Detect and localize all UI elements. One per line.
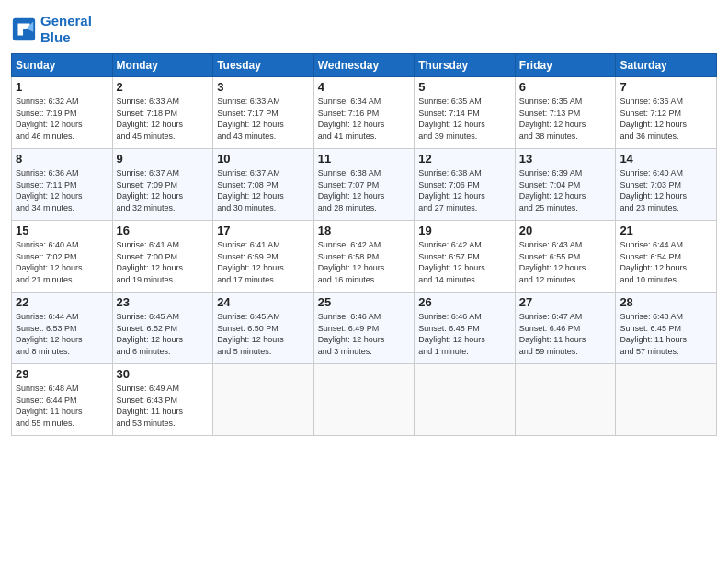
day-number: 5 — [418, 80, 511, 94]
calendar-cell: 30Sunrise: 6:49 AMSunset: 6:43 PMDayligh… — [112, 364, 213, 436]
calendar-cell: 16Sunrise: 6:41 AMSunset: 7:00 PMDayligh… — [112, 221, 213, 293]
cell-info: Sunrise: 6:41 AMSunset: 7:00 PMDaylight:… — [117, 239, 210, 285]
day-number: 11 — [318, 152, 411, 166]
day-number: 6 — [519, 80, 612, 94]
cell-info: Sunrise: 6:40 AMSunset: 7:02 PMDaylight:… — [16, 239, 108, 285]
calendar-cell: 10Sunrise: 6:37 AMSunset: 7:08 PMDayligh… — [213, 149, 314, 221]
calendar-cell: 12Sunrise: 6:38 AMSunset: 7:06 PMDayligh… — [415, 149, 516, 221]
cell-info: Sunrise: 6:42 AMSunset: 6:58 PMDaylight:… — [318, 239, 411, 285]
calendar-cell — [616, 364, 717, 436]
cell-info: Sunrise: 6:43 AMSunset: 6:55 PMDaylight:… — [519, 239, 612, 285]
day-number: 28 — [620, 295, 712, 309]
weekday-header-thursday: Thursday — [415, 54, 516, 77]
calendar-table: SundayMondayTuesdayWednesdayThursdayFrid… — [11, 53, 717, 436]
cell-info: Sunrise: 6:33 AMSunset: 7:17 PMDaylight:… — [217, 96, 310, 142]
calendar-cell: 8Sunrise: 6:36 AMSunset: 7:11 PMDaylight… — [12, 149, 113, 221]
weekday-header-wednesday: Wednesday — [313, 54, 415, 77]
cell-info: Sunrise: 6:44 AMSunset: 6:54 PMDaylight:… — [620, 239, 712, 285]
calendar-cell: 7Sunrise: 6:36 AMSunset: 7:12 PMDaylight… — [616, 77, 717, 149]
calendar-cell: 3Sunrise: 6:33 AMSunset: 7:17 PMDaylight… — [213, 77, 314, 149]
cell-info: Sunrise: 6:32 AMSunset: 7:19 PMDaylight:… — [16, 96, 108, 142]
main-container: General Blue SundayMondayTuesdayWednesda… — [0, 0, 728, 443]
cell-info: Sunrise: 6:46 AMSunset: 6:48 PMDaylight:… — [418, 311, 511, 357]
cell-info: Sunrise: 6:37 AMSunset: 7:08 PMDaylight:… — [217, 167, 310, 213]
day-number: 29 — [16, 367, 108, 381]
calendar-cell — [415, 364, 516, 436]
calendar-cell: 20Sunrise: 6:43 AMSunset: 6:55 PMDayligh… — [515, 221, 616, 293]
calendar-cell: 15Sunrise: 6:40 AMSunset: 7:02 PMDayligh… — [12, 221, 113, 293]
calendar-cell: 29Sunrise: 6:48 AMSunset: 6:44 PMDayligh… — [12, 364, 113, 436]
cell-info: Sunrise: 6:39 AMSunset: 7:04 PMDaylight:… — [519, 167, 612, 213]
calendar-week-2: 8Sunrise: 6:36 AMSunset: 7:11 PMDaylight… — [12, 149, 717, 221]
day-number: 3 — [217, 80, 310, 94]
day-number: 18 — [318, 224, 411, 237]
calendar-cell: 9Sunrise: 6:37 AMSunset: 7:09 PMDaylight… — [112, 149, 213, 221]
calendar-cell: 5Sunrise: 6:35 AMSunset: 7:14 PMDaylight… — [415, 77, 516, 149]
day-number: 16 — [117, 224, 210, 237]
cell-info: Sunrise: 6:45 AMSunset: 6:50 PMDaylight:… — [217, 311, 310, 357]
calendar-cell — [515, 364, 616, 436]
day-number: 12 — [418, 152, 511, 166]
cell-info: Sunrise: 6:47 AMSunset: 6:46 PMDaylight:… — [519, 311, 612, 357]
day-number: 26 — [418, 295, 511, 309]
calendar-cell: 18Sunrise: 6:42 AMSunset: 6:58 PMDayligh… — [313, 221, 415, 293]
calendar-cell: 26Sunrise: 6:46 AMSunset: 6:48 PMDayligh… — [415, 293, 516, 364]
cell-info: Sunrise: 6:35 AMSunset: 7:13 PMDaylight:… — [519, 96, 612, 142]
calendar-cell: 17Sunrise: 6:41 AMSunset: 6:59 PMDayligh… — [213, 221, 314, 293]
calendar-cell: 1Sunrise: 6:32 AMSunset: 7:19 PMDaylight… — [12, 77, 113, 149]
day-number: 27 — [519, 295, 612, 309]
calendar-cell: 2Sunrise: 6:33 AMSunset: 7:18 PMDaylight… — [112, 77, 213, 149]
day-number: 19 — [418, 224, 511, 237]
day-number: 14 — [620, 152, 712, 166]
calendar-cell — [213, 364, 314, 436]
calendar-cell: 27Sunrise: 6:47 AMSunset: 6:46 PMDayligh… — [515, 293, 616, 364]
calendar-cell: 21Sunrise: 6:44 AMSunset: 6:54 PMDayligh… — [616, 221, 717, 293]
weekday-header-monday: Monday — [112, 54, 213, 77]
weekday-header-sunday: Sunday — [12, 54, 113, 77]
calendar-week-1: 1Sunrise: 6:32 AMSunset: 7:19 PMDaylight… — [12, 77, 717, 149]
day-number: 30 — [117, 367, 210, 381]
day-number: 21 — [620, 224, 712, 237]
weekday-header-tuesday: Tuesday — [213, 54, 314, 77]
cell-info: Sunrise: 6:45 AMSunset: 6:52 PMDaylight:… — [117, 311, 210, 357]
calendar-cell: 28Sunrise: 6:48 AMSunset: 6:45 PMDayligh… — [616, 293, 717, 364]
day-number: 24 — [217, 295, 310, 309]
calendar-week-4: 22Sunrise: 6:44 AMSunset: 6:53 PMDayligh… — [12, 293, 717, 364]
cell-info: Sunrise: 6:36 AMSunset: 7:12 PMDaylight:… — [620, 96, 712, 142]
calendar-cell: 19Sunrise: 6:42 AMSunset: 6:57 PMDayligh… — [415, 221, 516, 293]
cell-info: Sunrise: 6:38 AMSunset: 7:07 PMDaylight:… — [318, 167, 411, 213]
weekday-header-saturday: Saturday — [616, 54, 717, 77]
cell-info: Sunrise: 6:34 AMSunset: 7:16 PMDaylight:… — [318, 96, 411, 142]
day-number: 10 — [217, 152, 310, 166]
calendar-week-3: 15Sunrise: 6:40 AMSunset: 7:02 PMDayligh… — [12, 221, 717, 293]
logo-text: General Blue — [40, 13, 92, 46]
calendar-cell: 14Sunrise: 6:40 AMSunset: 7:03 PMDayligh… — [616, 149, 717, 221]
cell-info: Sunrise: 6:35 AMSunset: 7:14 PMDaylight:… — [418, 96, 511, 142]
logo-icon — [11, 17, 37, 42]
cell-info: Sunrise: 6:37 AMSunset: 7:09 PMDaylight:… — [117, 167, 210, 213]
logo: General Blue — [11, 13, 92, 46]
day-number: 17 — [217, 224, 310, 237]
cell-info: Sunrise: 6:38 AMSunset: 7:06 PMDaylight:… — [418, 167, 511, 213]
day-number: 8 — [16, 152, 108, 166]
cell-info: Sunrise: 6:33 AMSunset: 7:18 PMDaylight:… — [117, 96, 210, 142]
cell-info: Sunrise: 6:44 AMSunset: 6:53 PMDaylight:… — [16, 311, 108, 357]
calendar-cell: 25Sunrise: 6:46 AMSunset: 6:49 PMDayligh… — [313, 293, 415, 364]
day-number: 7 — [620, 80, 712, 94]
calendar-cell: 13Sunrise: 6:39 AMSunset: 7:04 PMDayligh… — [515, 149, 616, 221]
day-number: 23 — [117, 295, 210, 309]
day-number: 20 — [519, 224, 612, 237]
cell-info: Sunrise: 6:41 AMSunset: 6:59 PMDaylight:… — [217, 239, 310, 285]
weekday-header-friday: Friday — [515, 54, 616, 77]
day-number: 13 — [519, 152, 612, 166]
day-number: 1 — [16, 80, 108, 94]
cell-info: Sunrise: 6:40 AMSunset: 7:03 PMDaylight:… — [620, 167, 712, 213]
cell-info: Sunrise: 6:48 AMSunset: 6:44 PMDaylight:… — [16, 383, 108, 429]
calendar-cell: 23Sunrise: 6:45 AMSunset: 6:52 PMDayligh… — [112, 293, 213, 364]
calendar-week-5: 29Sunrise: 6:48 AMSunset: 6:44 PMDayligh… — [12, 364, 717, 436]
day-number: 25 — [318, 295, 411, 309]
cell-info: Sunrise: 6:36 AMSunset: 7:11 PMDaylight:… — [16, 167, 108, 213]
cell-info: Sunrise: 6:46 AMSunset: 6:49 PMDaylight:… — [318, 311, 411, 357]
calendar-cell: 11Sunrise: 6:38 AMSunset: 7:07 PMDayligh… — [313, 149, 415, 221]
cell-info: Sunrise: 6:49 AMSunset: 6:43 PMDaylight:… — [117, 383, 210, 429]
